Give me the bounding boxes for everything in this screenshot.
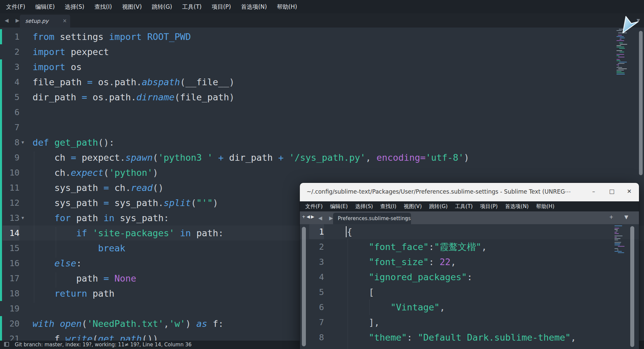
code-line-3[interactable]: 3 "font_size": 22, (300, 254, 639, 269)
code-token: ( (153, 152, 158, 163)
new-tab-and-arrows-icons[interactable]: +◀▶ (302, 214, 315, 219)
text-cursor (346, 226, 347, 237)
close-button[interactable]: ✕ (624, 188, 634, 195)
code-token: encoding= (371, 152, 426, 163)
code-line-2[interactable]: 2import pexpect (0, 44, 644, 59)
tab-preferences-settings[interactable]: Preferences.sublime-settings × (333, 213, 411, 224)
menu-item[interactable]: 查找(I) (94, 3, 112, 11)
code-token: , (164, 318, 169, 329)
menu-item[interactable]: 编辑(E) (330, 203, 348, 210)
menu-item[interactable]: 帮助(H) (277, 3, 297, 11)
tab-close-icon[interactable]: × (62, 18, 67, 24)
git-modified-marker (0, 241, 2, 256)
code-token: , (366, 152, 371, 163)
line-number: 15 (3, 241, 19, 256)
code-token: 'w' (169, 318, 185, 329)
title-bar[interactable]: ~/.config/sublime-text/Packages/User/Pre… (300, 183, 639, 201)
menu-item[interactable]: 视图(V) (122, 3, 142, 11)
line-number: 18 (3, 286, 19, 301)
menu-item[interactable]: 工具(T) (455, 203, 473, 210)
menu-item[interactable]: 跳转(G) (152, 3, 172, 11)
code-line-5[interactable]: 5 [ (300, 285, 639, 300)
code-token: : (467, 272, 472, 282)
tab-setup-py[interactable]: setup.py × (20, 15, 70, 28)
fold-arrow-icon[interactable]: ▾ (21, 210, 24, 226)
code-token: . (158, 198, 164, 208)
menu-item[interactable]: 首选项(N) (505, 203, 528, 210)
code-line-9[interactable]: 9 ch = pexpect.spawn('python3 ' + dir_pa… (0, 150, 644, 165)
code-line-10[interactable]: 10 ch.expect('python') (0, 165, 644, 180)
menu-item[interactable]: 帮助(H) (536, 203, 555, 210)
code-editor-preferences[interactable]: 1{2 "font_face":"霞鹜文楷",3 "font_size": 22… (300, 224, 639, 349)
code-token: . (136, 77, 142, 87)
git-modified-marker (0, 256, 2, 271)
code-token: pexpect (76, 152, 120, 163)
code-line-6[interactable]: 6 (0, 105, 644, 120)
code-token: get_path (98, 334, 142, 341)
tab-close-icon[interactable]: × (404, 215, 408, 220)
code-token: . (109, 77, 114, 87)
code-line-4[interactable]: 4file_path = os.path.abspath(__file__) (0, 74, 644, 90)
code-text: "Vintage", (347, 300, 445, 315)
new-tab-overflow-icons[interactable]: + ▼ (609, 214, 633, 220)
code-token: for (33, 213, 71, 223)
code-token: ) (229, 77, 234, 87)
code-text: "font_face":"霞鹜文楷", (347, 239, 487, 254)
code-token: () (153, 183, 164, 193)
code-token: os (65, 62, 82, 72)
code-token: path (71, 213, 104, 223)
code-text: from settings import ROOT_PWD (33, 29, 191, 44)
tab-bar-window2: +◀▶ ◀ ▶ Preferences.sublime-settings × +… (300, 211, 639, 224)
menu-item[interactable]: 选择(S) (355, 203, 373, 210)
menu-item[interactable]: 视图(V) (404, 203, 422, 210)
code-token: ch (33, 167, 65, 178)
code-token: = (103, 273, 109, 284)
code-line-7[interactable]: 7 (0, 120, 644, 135)
code-line-3[interactable]: 3import os (0, 59, 644, 74)
minimize-button[interactable]: – (589, 188, 599, 195)
code-token: ROOT_PWD (142, 32, 191, 42)
line-number: 10 (3, 165, 19, 180)
code-text: if 'site-packages' in path: (33, 226, 224, 241)
code-token: : (218, 228, 224, 238)
code-line-1[interactable]: 1{ (300, 224, 639, 239)
line-number: 21 (3, 331, 19, 341)
code-line-5[interactable]: 5dir_path = os.path.dirname(file_path) (0, 90, 644, 105)
code-line-8[interactable]: 8▾def get_path(): (0, 135, 644, 150)
code-line-1[interactable]: 1from settings import ROOT_PWD (0, 29, 644, 44)
sidebar-toggle-icon[interactable] (4, 342, 9, 347)
maximize-button[interactable]: □ (607, 188, 617, 195)
line-number: 3 (309, 254, 324, 269)
code-token: if (33, 228, 93, 238)
code-token: : (407, 332, 418, 343)
line-number: 11 (3, 180, 19, 195)
code-line-4[interactable]: 4 "ignored_packages": (300, 269, 639, 285)
code-line-6[interactable]: 6 "Vintage", (300, 300, 639, 315)
line-number: 3 (3, 59, 19, 74)
menu-item[interactable]: 项目(P) (212, 3, 231, 11)
menu-item[interactable]: 选择(S) (65, 3, 84, 11)
fold-arrow-icon[interactable]: ▾ (21, 135, 24, 150)
code-token: 22 (440, 257, 451, 267)
window-title: ~/.config/sublime-text/Packages/User/Pre… (307, 188, 571, 195)
menu-item[interactable]: 项目(P) (480, 203, 498, 210)
code-token: path (33, 273, 103, 284)
git-modified-marker (0, 316, 2, 331)
menu-item[interactable]: 跳转(G) (429, 203, 448, 210)
menu-item[interactable]: 文件(F) (6, 3, 25, 11)
window-preferences: ~/.config/sublime-text/Packages/User/Pre… (300, 183, 639, 349)
menu-item[interactable]: 查找(I) (380, 203, 397, 210)
code-token: ( (175, 92, 180, 102)
menu-item[interactable]: 工具(T) (182, 3, 202, 11)
code-line-7[interactable]: 7 ], (300, 315, 639, 330)
menu-item[interactable]: 首选项(N) (241, 3, 267, 11)
code-text: else: (33, 256, 82, 271)
menu-item[interactable]: 编辑(E) (35, 3, 55, 11)
code-token: break (33, 243, 125, 253)
code-line-9[interactable]: 9 "color_scheme": "Packages/Colorsublime… (300, 345, 639, 349)
menu-item[interactable]: 文件(F) (305, 203, 323, 210)
code-line-8[interactable]: 8 "theme": "Default Dark.sublime-theme", (300, 330, 639, 345)
code-token: = (82, 92, 87, 102)
code-token: : (164, 213, 169, 223)
code-line-2[interactable]: 2 "font_face":"霞鹜文楷", (300, 239, 639, 254)
